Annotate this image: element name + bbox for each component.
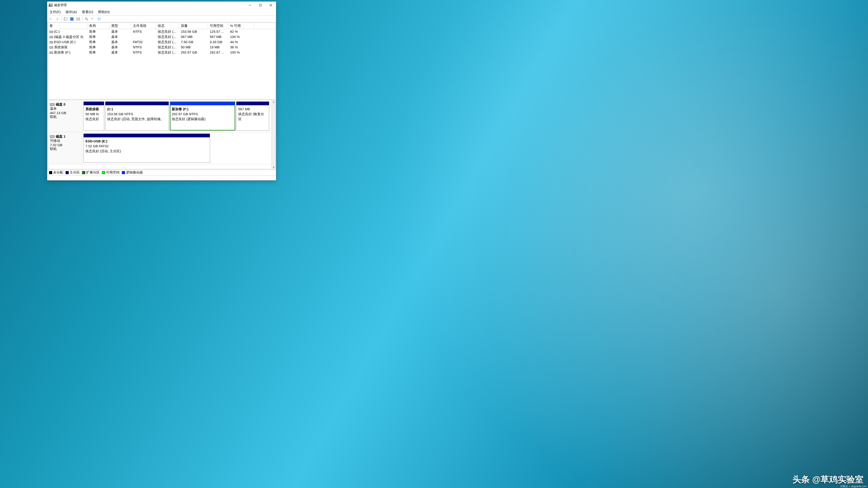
disk-label[interactable]: 磁盘 1可移动7.52 GB联机 bbox=[48, 132, 82, 164]
partition[interactable]: 567 MB状态良好 (恢复分区 bbox=[236, 101, 269, 131]
disk-row: 磁盘 1可移动7.52 GB联机ESD-USB (E:)7.52 GB FAT3… bbox=[48, 132, 272, 164]
partition-stripe bbox=[84, 102, 104, 105]
window-title: 磁盘管理 bbox=[54, 3, 67, 7]
disk-label[interactable]: 磁盘 0基本447.13 GB联机 bbox=[48, 100, 82, 132]
col-header-status[interactable]: 状态 bbox=[156, 23, 179, 29]
disk-icon bbox=[50, 103, 55, 106]
col-header-pct[interactable]: % 可用 bbox=[228, 23, 254, 29]
close-button[interactable] bbox=[266, 2, 276, 9]
legend-free: 可用空间 bbox=[102, 170, 120, 175]
watermark-corner: 经验法 ✓ jingyanfa.com bbox=[840, 485, 867, 488]
disk-icon bbox=[50, 31, 53, 33]
disk-icon bbox=[50, 41, 53, 43]
disk-icon bbox=[50, 36, 53, 38]
table-row[interactable]: (磁盘 0 磁盘分区 3)简单基本状态良好 (...567 MB567 MB10… bbox=[48, 34, 276, 39]
volume-list: 卷 布局 类型 文件系统 状态 容量 可用空间 % 可用 (C:)简单基本NTF… bbox=[48, 23, 276, 99]
legend-unallocated: 未分配 bbox=[49, 170, 63, 175]
partition[interactable]: (C:)153.56 GB NTFS状态良好 (启动, 页面文件, 故障转储, bbox=[105, 101, 169, 131]
refresh-button[interactable] bbox=[90, 17, 96, 22]
toolbar: ? bbox=[47, 15, 276, 22]
disk-graphical-view: 磁盘 0基本447.13 GB联机系统保留50 MB N状态良好(C:)153.… bbox=[48, 100, 276, 169]
legend-logical: 逻辑驱动器 bbox=[122, 170, 143, 175]
forward-button[interactable] bbox=[55, 17, 60, 22]
partition-stripe bbox=[237, 102, 269, 105]
show-hide-tree-button[interactable] bbox=[63, 17, 68, 22]
partition-stripe bbox=[170, 102, 235, 105]
svg-line-12 bbox=[87, 19, 88, 20]
vertical-scrollbar[interactable]: ▲ ▼ bbox=[272, 100, 276, 169]
svg-rect-8 bbox=[76, 18, 80, 20]
table-row[interactable]: (C:)简单基本NTFS状态良好 (...153.56 GB125.57 ...… bbox=[48, 29, 276, 34]
properties-button[interactable] bbox=[84, 17, 89, 22]
back-button[interactable] bbox=[48, 17, 54, 22]
svg-point-11 bbox=[85, 18, 87, 20]
disk-management-window: 磁盘管理 文件(F) 操作(A) 查看(V) 帮助(H) ? 卷 布局 bbox=[47, 1, 276, 181]
status-bar bbox=[47, 175, 276, 180]
col-header-volume[interactable]: 卷 bbox=[48, 23, 87, 29]
svg-rect-4 bbox=[64, 18, 67, 20]
partition[interactable]: ESD-USB (E:)7.52 GB FAT32状态良好 (活动, 主分区) bbox=[84, 133, 210, 163]
scroll-down-icon[interactable]: ▼ bbox=[273, 166, 275, 169]
col-header-fs[interactable]: 文件系统 bbox=[131, 23, 156, 29]
partition[interactable]: 系统保留50 MB N状态良好 bbox=[84, 101, 104, 131]
col-header-capacity[interactable]: 容量 bbox=[179, 23, 208, 29]
legend: 未分配 主分区 扩展分区 可用空间 逻辑驱动器 bbox=[47, 169, 276, 175]
app-icon bbox=[49, 4, 53, 7]
help-button[interactable]: ? bbox=[69, 17, 74, 22]
table-row[interactable]: ESD-USB (E:)简单基本FAT32状态良好 (...7.50 GB3.3… bbox=[48, 39, 276, 45]
disk-row: 磁盘 0基本447.13 GB联机系统保留50 MB N状态良好(C:)153.… bbox=[48, 100, 272, 132]
partition-stripe bbox=[84, 134, 210, 137]
table-row[interactable]: 新加卷 (F:)简单基本NTFS状态良好 (...292.97 GB292.87… bbox=[48, 50, 276, 55]
col-header-type[interactable]: 类型 bbox=[110, 23, 131, 29]
menu-view[interactable]: 查看(V) bbox=[81, 9, 94, 15]
svg-rect-14 bbox=[98, 18, 99, 19]
disk-icon bbox=[50, 52, 53, 54]
menubar: 文件(F) 操作(A) 查看(V) 帮助(H) bbox=[47, 9, 276, 15]
toolbar-separator bbox=[82, 17, 83, 21]
disk-icon bbox=[50, 135, 55, 138]
svg-text:?: ? bbox=[71, 18, 72, 20]
minimize-button[interactable] bbox=[245, 2, 255, 9]
partition[interactable]: 新加卷 (F:)292.97 GB NTFS状态良好 (逻辑驱动器) bbox=[170, 101, 235, 131]
partition-stripe bbox=[105, 102, 168, 105]
table-row[interactable]: 系统保留简单基本NTFS状态良好 (...50 MB19 MB38 % bbox=[48, 45, 276, 50]
scroll-up-icon[interactable]: ▲ bbox=[273, 100, 275, 103]
settings-button[interactable] bbox=[96, 17, 102, 22]
titlebar: 磁盘管理 bbox=[47, 2, 276, 9]
menu-help[interactable]: 帮助(H) bbox=[98, 9, 110, 15]
legend-extended: 扩展分区 bbox=[82, 170, 100, 175]
legend-primary: 主分区 bbox=[66, 170, 80, 175]
maximize-button[interactable] bbox=[255, 2, 266, 9]
menu-file[interactable]: 文件(F) bbox=[49, 9, 61, 15]
watermark-main: 头条 @草鸡实验室 bbox=[793, 474, 864, 485]
list-view-button[interactable] bbox=[75, 17, 81, 22]
col-header-free[interactable]: 可用空间 bbox=[208, 23, 228, 29]
volume-list-header: 卷 布局 类型 文件系统 状态 容量 可用空间 % 可用 bbox=[48, 23, 276, 29]
disk-icon bbox=[50, 46, 53, 48]
svg-rect-1 bbox=[259, 4, 261, 6]
menu-action[interactable]: 操作(A) bbox=[65, 9, 77, 15]
col-header-layout[interactable]: 布局 bbox=[87, 23, 110, 29]
